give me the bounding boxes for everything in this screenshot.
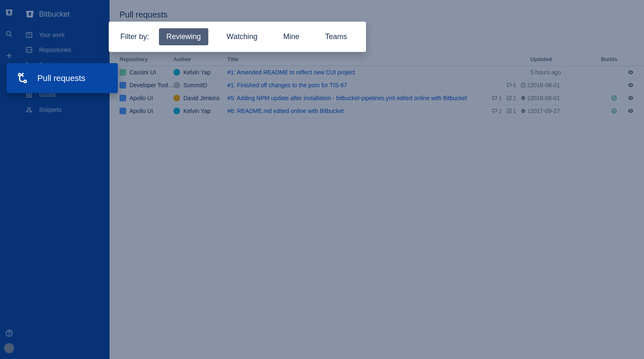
author-cell[interactable]: David Jenkins — [173, 95, 227, 101]
svg-point-14 — [30, 111, 32, 112]
repo-cell[interactable]: Apollo UI — [120, 108, 173, 114]
table-row[interactable]: Developer Tool… SummitD #1: Finished off… — [110, 79, 644, 92]
author-avatar-icon — [173, 69, 180, 76]
approval-count: 1 — [520, 108, 530, 114]
sidebar-item-snippets[interactable]: Snippets — [18, 102, 110, 117]
repo-name: Cassini UI — [129, 69, 156, 76]
repo-cell[interactable]: Apollo UI — [120, 95, 173, 101]
repo-avatar-icon — [120, 95, 126, 101]
table-header: Repository Author Title Updated Builds — [110, 53, 644, 66]
snippets-icon — [25, 106, 33, 114]
updated-cell: 2017-09-27 — [530, 108, 580, 114]
global-rail — [0, 0, 18, 359]
sidebar-item-label: Snippets — [39, 106, 61, 113]
repo-avatar-icon — [120, 69, 126, 76]
meta-cell: 211 — [481, 108, 530, 114]
watch-icon[interactable] — [617, 108, 634, 114]
svg-rect-15 — [521, 83, 525, 87]
builds-cell — [580, 108, 617, 114]
pr-title[interactable]: #1: Finished off changes to the pom for … — [227, 82, 481, 89]
profile-avatar[interactable] — [4, 343, 14, 353]
comment-count: 1 — [492, 95, 502, 101]
popout-filter-bar: Filter by: Reviewing Watching Mine Teams — [109, 22, 366, 52]
watch-icon[interactable] — [617, 82, 634, 89]
updated-cell: 2018-08-01 — [530, 95, 580, 101]
svg-point-0 — [6, 31, 10, 35]
author-avatar-icon — [173, 108, 180, 114]
svg-point-23 — [24, 80, 27, 83]
table-row[interactable]: Cassini UI Kelvin Yap #1: Amended README… — [110, 66, 644, 79]
repo-name: Apollo UI — [129, 108, 153, 114]
sidebar-item-your-work[interactable]: Your work — [18, 27, 110, 42]
author-avatar-icon — [173, 82, 180, 89]
pull-requests-icon — [16, 71, 29, 85]
help-icon[interactable] — [4, 328, 14, 338]
task-count: 2 — [520, 82, 530, 89]
pr-table: Repository Author Title Updated Builds C… — [110, 53, 644, 118]
author-name: SummitD — [183, 82, 207, 89]
pr-title[interactable]: #1: Amended README to reflect new CUI pr… — [227, 69, 481, 76]
col-title[interactable]: Title — [227, 56, 481, 62]
repo-avatar-icon — [120, 82, 126, 89]
col-updated[interactable]: Updated — [530, 56, 580, 62]
brand[interactable]: Bitbucket — [18, 9, 110, 27]
svg-point-12 — [28, 94, 30, 96]
create-icon[interactable] — [4, 51, 14, 61]
meta-cell: 122 — [481, 95, 530, 101]
filter-teams[interactable]: Teams — [317, 28, 354, 45]
author-cell[interactable]: Kelvin Yap — [173, 108, 227, 114]
sidebar-item-label: Your work — [39, 32, 65, 38]
table-row[interactable]: Apollo UI Kelvin Yap #6: README.md edite… — [110, 105, 644, 118]
meta-cell: 52 — [481, 82, 530, 89]
search-icon[interactable] — [4, 29, 14, 39]
your-work-icon — [25, 31, 33, 39]
pr-title[interactable]: #5: Adding NPM update after installation… — [227, 95, 481, 101]
svg-rect-19 — [507, 109, 511, 113]
updated-cell: 2018-08-01 — [530, 82, 580, 89]
comment-count: 5 — [506, 82, 516, 89]
author-cell[interactable]: Kelvin Yap — [173, 69, 227, 76]
sidebar-item-repositories[interactable]: Repositories — [18, 42, 110, 57]
filter-watching[interactable]: Watching — [219, 28, 265, 45]
builds-cell — [580, 95, 617, 101]
pr-title[interactable]: #6: README.md edited online with Bitbuck… — [227, 108, 481, 114]
watch-icon[interactable] — [617, 95, 634, 101]
repo-cell[interactable]: Developer Tool… — [120, 82, 173, 89]
repo-cell[interactable]: Cassini UI — [120, 69, 173, 76]
sidebar: Bitbucket Your work Repositories Project… — [18, 0, 110, 359]
sidebar-item-label: Repositories — [39, 47, 71, 53]
main-content: Pull requests Filter by: Reviewing Watch… — [110, 0, 644, 359]
col-repository[interactable]: Repository — [120, 56, 173, 62]
col-author[interactable]: Author — [173, 56, 227, 62]
author-cell[interactable]: SummitD — [173, 82, 227, 89]
filter-reviewing[interactable]: Reviewing — [159, 28, 208, 45]
repo-avatar-icon — [120, 108, 126, 114]
svg-rect-16 — [507, 96, 511, 100]
svg-point-17 — [521, 96, 525, 100]
popout-nav-pull-requests[interactable]: Pull requests — [7, 63, 118, 93]
brand-name: Bitbucket — [39, 10, 70, 19]
repo-name: Apollo UI — [129, 95, 153, 101]
author-avatar-icon — [173, 95, 180, 101]
watch-icon[interactable] — [617, 69, 634, 76]
author-name: David Jenkins — [183, 95, 220, 101]
table-row[interactable]: Apollo UI David Jenkins #5: Adding NPM u… — [110, 92, 644, 105]
popout-nav-label: Pull requests — [37, 74, 85, 83]
author-name: Kelvin Yap — [183, 69, 211, 76]
filter-label: Filter by: — [120, 32, 149, 41]
bitbucket-logo-icon[interactable] — [4, 7, 14, 17]
task-count: 2 — [506, 95, 516, 101]
svg-rect-6 — [26, 32, 32, 37]
svg-point-20 — [521, 109, 525, 113]
approval-count: 2 — [520, 95, 530, 101]
repo-name: Developer Tool… — [129, 82, 173, 89]
svg-point-13 — [27, 111, 28, 112]
task-count: 1 — [506, 108, 516, 114]
repositories-icon — [25, 46, 33, 54]
svg-line-1 — [10, 35, 12, 37]
col-builds[interactable]: Builds — [580, 56, 617, 62]
updated-cell: 5 hours ago — [530, 69, 580, 76]
bitbucket-icon — [25, 9, 35, 19]
comment-count: 2 — [492, 108, 502, 114]
filter-mine[interactable]: Mine — [276, 28, 307, 45]
